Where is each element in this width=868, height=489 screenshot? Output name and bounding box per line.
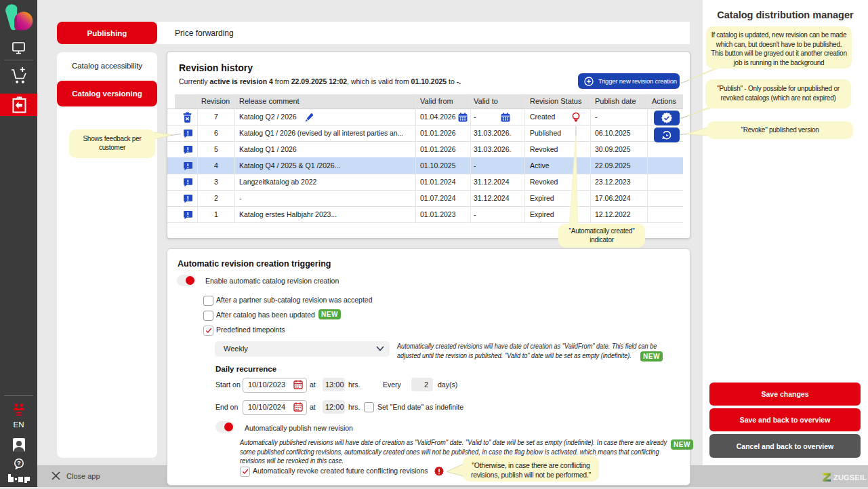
svg-text:?: ?: [17, 459, 21, 467]
svg-text:ZUGSEIL: ZUGSEIL: [833, 473, 867, 482]
